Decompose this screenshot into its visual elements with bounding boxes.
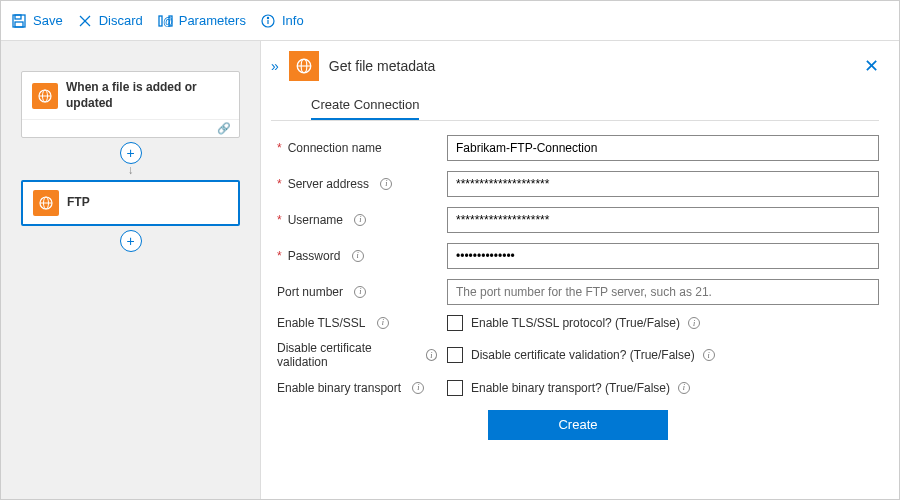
enable-tls-label: Enable TLS/SSL i [277,316,437,330]
link-icon: 🔗 [217,122,231,135]
svg-rect-2 [15,22,23,27]
arrow-down-icon: ↓ [128,164,134,176]
info-icon[interactable]: i [412,382,424,394]
panel-title: Get file metadata [329,58,436,74]
connection-form: *Connection name *Server address i *User… [271,135,879,440]
info-label: Info [282,13,304,28]
enable-binary-checkbox[interactable] [447,380,463,396]
close-panel-button[interactable]: ✕ [864,55,879,77]
password-input[interactable] [447,243,879,269]
info-icon[interactable]: i [688,317,700,329]
svg-rect-5 [159,16,162,26]
info-button[interactable]: Info [260,13,304,29]
close-icon [77,13,93,29]
info-icon [260,13,276,29]
info-icon[interactable]: i [377,317,389,329]
info-icon[interactable]: i [354,214,366,226]
server-address-label: *Server address i [277,177,437,191]
main-area: When a file is added or updated 🔗 + ↓ FT… [1,41,899,499]
discard-label: Discard [99,13,143,28]
ftp-icon [33,190,59,216]
enable-tls-checkbox[interactable] [447,315,463,331]
connection-name-label: *Connection name [277,141,437,155]
port-input[interactable] [447,279,879,305]
username-input[interactable] [447,207,879,233]
config-panel: » Get file metadata ✕ Create Connection … [261,41,899,499]
save-button[interactable]: Save [11,13,63,29]
connection-name-input[interactable] [447,135,879,161]
collapse-panel-button[interactable]: » [271,58,279,74]
svg-rect-1 [15,15,21,19]
discard-button[interactable]: Discard [77,13,143,29]
info-icon[interactable]: i [678,382,690,394]
info-icon[interactable]: i [703,349,715,361]
enable-binary-desc: Enable binary transport? (True/False) [471,381,670,395]
toolbar: Save Discard @ Parameters Info [1,1,899,41]
create-button[interactable]: Create [488,410,668,440]
add-step-button[interactable]: + [120,142,142,164]
disable-cert-label: Disable certificate validation i [277,341,437,370]
save-label: Save [33,13,63,28]
username-label: *Username i [277,213,437,227]
ftp-icon [32,83,58,109]
disable-cert-desc: Disable certificate validation? (True/Fa… [471,348,695,362]
info-icon[interactable]: i [380,178,392,190]
trigger-title: When a file is added or updated [66,80,229,111]
action-title: FTP [67,195,90,211]
parameters-icon: @ [157,13,173,29]
password-label: *Password i [277,249,437,263]
info-icon[interactable]: i [352,250,364,262]
parameters-button[interactable]: @ Parameters [157,13,246,29]
enable-tls-desc: Enable TLS/SSL protocol? (True/False) [471,316,680,330]
ftp-action-node[interactable]: FTP [21,180,240,226]
parameters-label: Parameters [179,13,246,28]
workflow-canvas: When a file is added or updated 🔗 + ↓ FT… [1,41,261,499]
save-icon [11,13,27,29]
panel-tabs: Create Connection [271,91,879,121]
info-icon[interactable]: i [354,286,366,298]
add-step-button[interactable]: + [120,230,142,252]
enable-binary-label: Enable binary transport i [277,381,437,395]
port-label: Port number i [277,285,437,299]
server-address-input[interactable] [447,171,879,197]
trigger-node[interactable]: When a file is added or updated 🔗 [21,71,240,138]
disable-cert-checkbox[interactable] [447,347,463,363]
ftp-icon [289,51,319,81]
info-icon[interactable]: i [426,349,437,361]
tab-create-connection[interactable]: Create Connection [311,91,419,120]
svg-point-10 [267,17,268,18]
